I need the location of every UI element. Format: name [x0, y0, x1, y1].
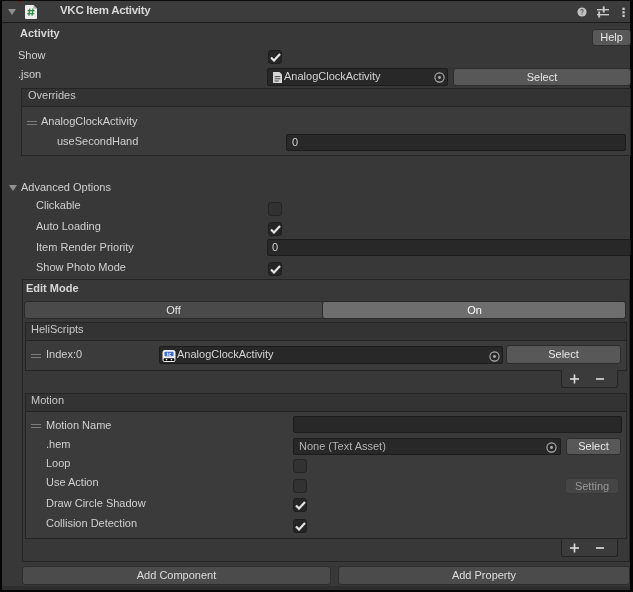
svg-text:tc: tc — [167, 352, 172, 357]
